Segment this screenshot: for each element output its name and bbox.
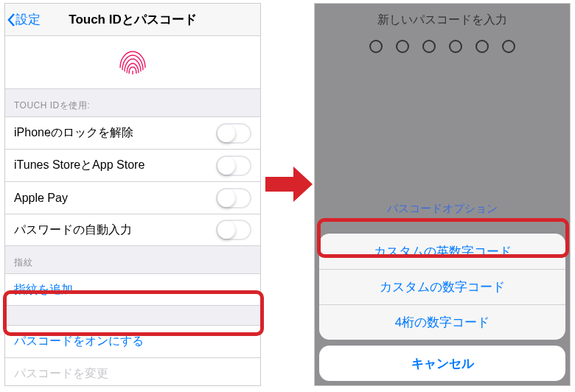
sheet-option-4digit[interactable]: 4桁の数字コード bbox=[319, 304, 565, 340]
row-add-fingerprint[interactable]: 指紋を追加... bbox=[5, 273, 260, 306]
arrow-icon bbox=[264, 162, 316, 206]
toggle-switch[interactable] bbox=[216, 188, 251, 209]
spacer bbox=[5, 306, 260, 325]
spacer bbox=[315, 53, 570, 192]
passcode-screen: 新しいパスコードを入力 パスコードオプション カスタムの英数字コード カスタムの… bbox=[314, 3, 571, 386]
row-apple-pay[interactable]: Apple Pay bbox=[5, 181, 260, 214]
sheet-cancel[interactable]: キャンセル bbox=[319, 346, 565, 381]
passcode-title: 新しいパスコードを入力 bbox=[315, 4, 570, 40]
passcode-dot bbox=[422, 40, 436, 53]
passcode-options-link[interactable]: パスコードオプション bbox=[315, 192, 570, 234]
row-passcode-change: パスコードを変更 bbox=[5, 357, 260, 386]
row-label: パスコードを変更 bbox=[14, 366, 108, 382]
passcode-dot bbox=[475, 40, 489, 53]
row-password-autofill[interactable]: パスワードの自動入力 bbox=[5, 214, 260, 246]
row-label: iTunes StoreとApp Store bbox=[14, 158, 144, 173]
sheet-option-custom-numeric[interactable]: カスタムの数字コード bbox=[319, 269, 565, 304]
passcode-dot bbox=[449, 40, 462, 53]
sheet-option-alphanumeric[interactable]: カスタムの英数字コード bbox=[319, 234, 565, 269]
nav-bar: 設定 Touch IDとパスコード bbox=[5, 4, 260, 36]
passcode-dot bbox=[502, 40, 515, 53]
passcode-dot bbox=[369, 40, 383, 53]
row-label: 指紋を追加... bbox=[14, 282, 83, 298]
touchid-hero bbox=[5, 36, 260, 89]
row-unlock-iphone[interactable]: iPhoneのロックを解除 bbox=[5, 116, 260, 149]
row-passcode-on[interactable]: パスコードをオンにする bbox=[5, 325, 260, 357]
toggle-switch[interactable] bbox=[216, 155, 251, 176]
toggle-switch[interactable] bbox=[216, 123, 251, 144]
fingerprint-icon bbox=[114, 43, 152, 82]
toggle-switch[interactable] bbox=[216, 220, 251, 240]
settings-screen: 設定 Touch IDとパスコード TOUCH IDを使用: iPhoneのロッ… bbox=[4, 3, 261, 386]
row-label: パスコードをオンにする bbox=[14, 334, 144, 349]
row-label: Apple Pay bbox=[14, 192, 68, 205]
row-itunes-appstore[interactable]: iTunes StoreとApp Store bbox=[5, 149, 260, 181]
passcode-dot bbox=[396, 40, 409, 53]
action-sheet: カスタムの英数字コード カスタムの数字コード 4桁の数字コード キャンセル bbox=[315, 234, 570, 385]
row-label: iPhoneのロックを解除 bbox=[14, 125, 133, 141]
nav-title: Touch IDとパスコード bbox=[5, 11, 260, 28]
section-fingerprints: 指紋 bbox=[5, 246, 260, 273]
row-label: パスワードの自動入力 bbox=[14, 223, 132, 238]
passcode-dots bbox=[315, 40, 570, 53]
section-touchid-use: TOUCH IDを使用: bbox=[5, 89, 260, 116]
